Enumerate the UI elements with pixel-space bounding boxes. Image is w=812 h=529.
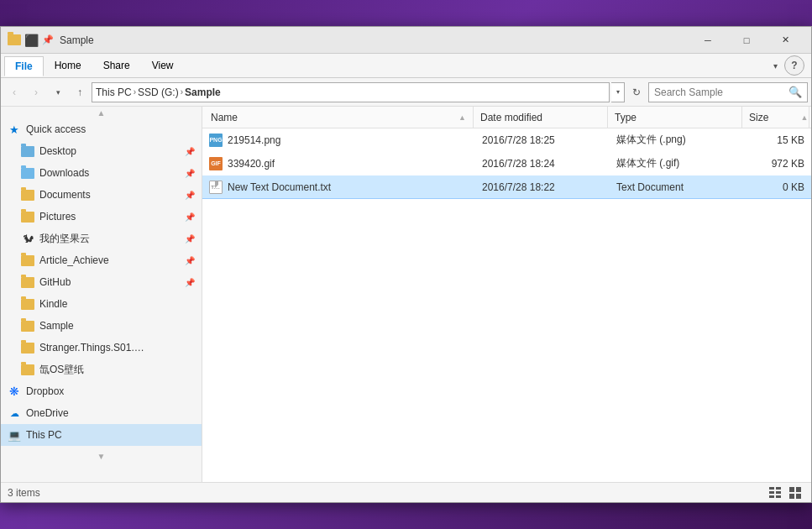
sidebar-item-dropbox[interactable]: ❋ Dropbox	[1, 380, 202, 402]
col-header-type[interactable]: Type	[608, 107, 742, 128]
ribbon: File Home Share View ▾ ?	[1, 54, 811, 78]
address-row: ‹ › ▾ ↑ This PC › SSD (G:) › Sample ▾ ↻ …	[1, 78, 811, 107]
tab-view[interactable]: View	[141, 55, 185, 76]
jianguoyun-icon: 🐿	[21, 232, 34, 245]
sidebar-item-pictures[interactable]: Pictures 📌	[1, 206, 202, 228]
address-bar[interactable]: This PC › SSD (G:) › Sample	[92, 82, 610, 102]
dropdown-recent-button[interactable]: ▾	[48, 82, 68, 102]
desktop-folder-icon	[21, 144, 34, 158]
close-button[interactable]: ✕	[766, 27, 804, 54]
explorer-window: ⬛ 📌 Sample ─ □ ✕ File Home Share View ▾ …	[0, 26, 812, 503]
title-bar-icons: ⬛ 📌	[8, 34, 55, 47]
sidebar-item-this-pc[interactable]: 💻 This PC	[1, 424, 202, 446]
github-pin-icon: 📌	[185, 278, 195, 287]
sidebar-item-kindle[interactable]: Kindle	[1, 293, 202, 315]
tab-share[interactable]: Share	[92, 55, 141, 76]
tab-file[interactable]: File	[4, 56, 44, 76]
downloads-pin-icon: 📌	[185, 169, 195, 178]
sidebar-item-documents[interactable]: Documents 📌	[1, 184, 202, 206]
sidebar-item-github[interactable]: GitHub 📌	[1, 271, 202, 293]
maximize-button[interactable]: □	[727, 27, 766, 54]
file-name-cell: TXT New Text Document.txt	[202, 181, 475, 194]
pin-icon-title: 📌	[41, 34, 55, 47]
content-area: Name ▲ Date modified Type Size ▲	[202, 107, 811, 482]
svg-rect-7	[796, 487, 801, 492]
file-size-219514: 15 KB	[744, 134, 811, 146]
column-headers: Name ▲ Date modified Type Size ▲	[202, 107, 811, 128]
sample-folder-icon	[21, 319, 34, 333]
sidebar-article-achieve-label: Article_Achieve	[39, 254, 109, 266]
sidebar-item-article-achieve[interactable]: Article_Achieve 📌	[1, 249, 202, 271]
sidebar-item-onedrive[interactable]: ☁ OneDrive	[1, 402, 202, 424]
sidebar-item-downloads[interactable]: Downloads 📌	[1, 162, 202, 184]
file-name-newtxt: New Text Document.txt	[228, 181, 331, 193]
svg-rect-6	[789, 487, 794, 492]
col-size-label: Size	[749, 112, 768, 123]
sidebar-scroll-down[interactable]: ▼	[1, 450, 202, 462]
sidebar-scroll-up[interactable]: ▲	[1, 107, 202, 118]
breadcrumb-ssd: SSD (G:)	[138, 86, 179, 98]
file-list: PNG 219514.png 2016/7/28 18:25 媒体文件 (.pn…	[202, 128, 811, 482]
detail-view-button[interactable]	[766, 484, 784, 501]
file-date-newtxt: 2016/7/28 18:22	[475, 181, 610, 193]
window-title: Sample	[60, 34, 689, 46]
dropbox-icon: ❋	[8, 385, 21, 398]
search-input[interactable]	[654, 86, 785, 98]
sidebar-item-stranger-things[interactable]: Stranger.Things.S01.720p.N	[1, 337, 202, 359]
stranger-things-folder-icon	[21, 341, 34, 354]
minimize-button[interactable]: ─	[689, 27, 727, 54]
table-row[interactable]: PNG 219514.png 2016/7/28 18:25 媒体文件 (.pn…	[202, 128, 811, 152]
sidebar-inner: ▲ ★ Quick access Desktop 📌 Downloads 📌	[1, 107, 202, 458]
forward-button[interactable]: ›	[26, 82, 46, 102]
file-name-cell: PNG 219514.png	[202, 134, 475, 147]
window-controls: ─ □ ✕	[689, 27, 804, 54]
col-date-label: Date modified	[480, 112, 542, 123]
breadcrumb-sample: Sample	[185, 86, 221, 98]
sidebar-item-desktop[interactable]: Desktop 📌	[1, 140, 202, 162]
sidebar-dropbox-label: Dropbox	[26, 385, 64, 397]
col-header-name[interactable]: Name ▲	[204, 107, 474, 128]
svg-rect-1	[769, 491, 774, 494]
search-box[interactable]: 🔍	[648, 82, 808, 102]
expand-ribbon-icon[interactable]: ▾	[770, 60, 781, 72]
col-scroll-up[interactable]: ▲	[798, 107, 811, 128]
github-folder-icon	[21, 275, 34, 289]
this-pc-icon: 💻	[8, 428, 21, 442]
sidebar-item-xenos-wallpaper[interactable]: 氙OS壁纸	[1, 359, 202, 380]
file-date-219514: 2016/7/28 18:25	[475, 134, 610, 146]
quick-access-star-icon: ★	[8, 123, 21, 136]
large-icon-view-icon	[789, 487, 801, 499]
help-button[interactable]: ?	[784, 55, 804, 76]
up-button[interactable]: ↑	[70, 82, 90, 102]
txt-icon: TXT	[209, 181, 223, 194]
large-icon-view-button[interactable]	[786, 484, 804, 501]
sidebar-item-sample[interactable]: Sample	[1, 315, 202, 337]
desktop-pin-icon: 📌	[185, 147, 195, 156]
refresh-button[interactable]: ↻	[626, 82, 647, 102]
breadcrumb-this-pc: This PC	[96, 86, 132, 98]
article-achieve-pin-icon: 📌	[185, 256, 195, 265]
xenos-wallpaper-folder-icon	[21, 363, 34, 376]
svg-rect-0	[769, 487, 774, 490]
table-row[interactable]: GIF 339420.gif 2016/7/28 18:24 媒体文件 (.gi…	[202, 152, 811, 175]
sidebar-item-jianguoyun[interactable]: 🐿 我的坚果云 📌	[1, 228, 202, 249]
file-name-219514: 219514.png	[228, 134, 280, 146]
file-name-cell: GIF 339420.gif	[202, 157, 475, 170]
search-icon: 🔍	[788, 86, 802, 98]
col-type-label: Type	[615, 112, 637, 123]
sidebar-item-quick-access[interactable]: ★ Quick access	[1, 118, 202, 140]
sidebar-quick-access-label: Quick access	[26, 123, 86, 135]
gif-icon: GIF	[209, 157, 223, 170]
file-date-339420: 2016/7/28 18:24	[475, 158, 610, 170]
onedrive-icon: ☁	[8, 406, 21, 420]
address-dropdown-button[interactable]: ▾	[611, 82, 625, 102]
tab-home[interactable]: Home	[44, 55, 92, 76]
col-name-sort-icon: ▲	[458, 113, 466, 122]
table-row[interactable]: TXT New Text Document.txt 2016/7/28 18:2…	[202, 175, 811, 199]
svg-rect-9	[796, 494, 801, 499]
file-size-339420: 972 KB	[744, 158, 811, 170]
sidebar-pictures-label: Pictures	[39, 211, 76, 223]
back-button[interactable]: ‹	[4, 82, 24, 102]
col-header-date[interactable]: Date modified	[474, 107, 608, 128]
svg-rect-3	[776, 487, 781, 490]
